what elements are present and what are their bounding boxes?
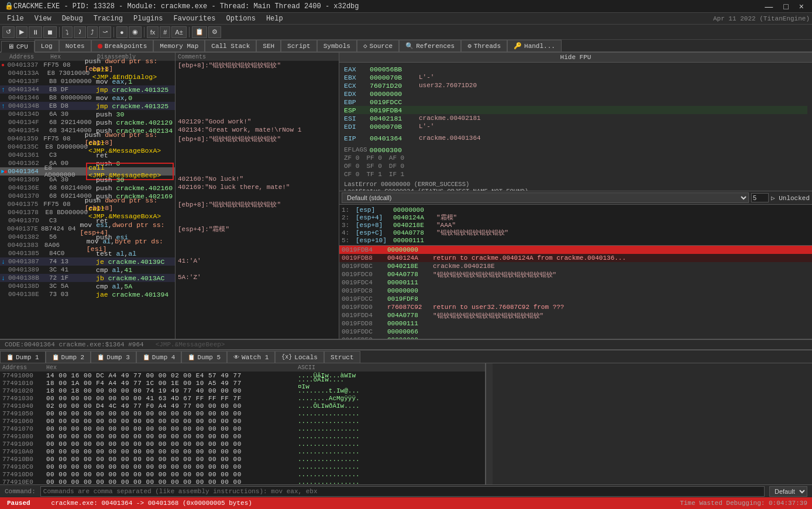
disasm-row[interactable]: ↓ 0040138B 72 1F jb crackme.4013AC	[0, 274, 175, 282]
dump-tab-4[interactable]: 📋Dump 4	[136, 351, 182, 363]
toolbar-stop[interactable]: ⏹	[43, 26, 57, 38]
menu-debug[interactable]: Debug	[57, 15, 88, 23]
tab-notes[interactable]: Notes	[59, 40, 91, 51]
stack-row[interactable]: 0019FDDC00000066	[339, 328, 812, 336]
toolbar-fx[interactable]: fx	[147, 26, 159, 38]
bp-dot-icon	[98, 44, 102, 49]
hide-fpu-button[interactable]: Hide FPU	[339, 53, 812, 63]
menu-favourites[interactable]: Favourites	[168, 15, 220, 23]
hex-row[interactable]: 7749104002 00 00 00 D4 4C 49 77 F0 A4 49…	[0, 402, 485, 410]
stack-row[interactable]: 0019FDD4004A0778"锟铰锟铰锟铰锟铰锟铰锟铰锟铰锟铰"	[339, 311, 812, 319]
disasm-row[interactable]: ↑ 00401344 EB DF jmp crackme.401325	[0, 85, 175, 94]
disasm-row[interactable]: 00401346 B8 00000000 mov eax,0	[0, 94, 175, 102]
hex-row[interactable]: 7749102018 00 18 00 00 00 00 00 74 19 49…	[0, 387, 485, 394]
hex-scrollbar[interactable]	[486, 363, 493, 484]
dump-tab-3[interactable]: 📋Dump 3	[91, 351, 136, 363]
tab-cpu[interactable]: 🖥 CPU	[1, 41, 35, 53]
disasm-row[interactable]: 0040133A E8 73010000 call <JMP.&EndDialo…	[0, 69, 175, 77]
tab-locals[interactable]: {x}Locals	[275, 351, 324, 363]
toolbar-font[interactable]: A±	[171, 26, 186, 38]
toolbar-step-out[interactable]: ⤴	[87, 26, 98, 38]
toolbar-run[interactable]: ▶	[16, 26, 27, 38]
disasm-row[interactable]: 00401383 8A06 mov al,byte ptr ds:[esi]	[0, 241, 175, 249]
tab-threads[interactable]: ⚙ Threads	[461, 40, 507, 51]
menu-options[interactable]: Options	[222, 15, 260, 23]
toolbar-hash[interactable]: #	[160, 26, 170, 38]
toolbar-run-to-cursor[interactable]: ⤻	[99, 26, 111, 38]
stack-row[interactable]: 0019FDB80040124Areturn to crackme.004012…	[339, 254, 812, 262]
disasm-row[interactable]: ↑ 0040134B EB D8 jmp crackme.401325	[0, 102, 175, 110]
disasm-current-row[interactable]: ► ● 00401364 E8 AD000000 call <JMP.&Mess…	[0, 167, 175, 176]
dump-tab-1[interactable]: 📋Dump 1	[0, 351, 46, 363]
tab-log[interactable]: Log	[35, 40, 59, 51]
tab-call-stack[interactable]: Call Stack	[205, 40, 256, 51]
tab-breakpoints[interactable]: Breakpoints	[91, 40, 154, 51]
disasm-row[interactable]: ↓ 00401387 74 13 je crackme.40139C	[0, 257, 175, 266]
disasm-row[interactable]: 0040138E 73 03 jae crackme.401394	[0, 290, 175, 298]
hex-row[interactable]: 7749109000 00 00 00 00 00 00 00 00 00 00…	[0, 440, 485, 448]
toolbar-log[interactable]: 📋	[192, 26, 207, 38]
menu-bar: File View Debug Tracing Plugins Favourit…	[0, 13, 812, 25]
disasm-row[interactable]: 0040134F 68 29214000 push crackme.402129	[0, 118, 175, 126]
stack-row[interactable]: 0019FDC400000111	[339, 278, 812, 287]
stack-row[interactable]: 0019FDCC0019FDF8	[339, 295, 812, 303]
param-count-input[interactable]	[751, 193, 769, 202]
dump-tab-5[interactable]: 📋Dump 5	[181, 351, 227, 363]
hex-row[interactable]: 7749100014 00 16 00 DC A4 49 77 00 00 02…	[0, 372, 485, 379]
disasm-row[interactable]: 00401378 E8 BD000000 call <JMP.&MessageB…	[0, 208, 175, 216]
hex-row[interactable]: 774910A000 00 00 00 00 00 00 00 00 00 00…	[0, 448, 485, 455]
menu-plugins[interactable]: Plugins	[129, 15, 167, 23]
minimize-button[interactable]: —	[761, 2, 776, 11]
hex-row[interactable]: 7749103000 00 00 00 00 00 00 00 41 63 4D…	[0, 394, 485, 402]
tab-source[interactable]: ◇ Source	[357, 40, 399, 51]
stack-row[interactable]: 0019FDE000000000	[339, 336, 812, 339]
command-input[interactable]	[40, 486, 765, 497]
stack-row[interactable]: 0019FDD800000111	[339, 319, 812, 328]
tab-handl[interactable]: 🔑 Handl...	[507, 40, 562, 51]
menu-file[interactable]: File	[2, 15, 29, 23]
tab-struct[interactable]: Struct	[324, 351, 360, 363]
hex-row[interactable]: 774910E000 00 00 00 00 00 00 00 00 00 00…	[0, 478, 485, 484]
tab-references[interactable]: 🔍 References	[399, 40, 461, 51]
close-button[interactable]: ×	[796, 2, 807, 11]
dump-tab-2[interactable]: 📋Dump 2	[46, 351, 91, 363]
menu-help[interactable]: Help	[262, 15, 288, 23]
content-area: AddressHexDisassembly ● 00401337 FF75 08…	[0, 53, 812, 509]
hex-row[interactable]: 7749101018 00 1A 00 F4 A4 49 77 1C 00 1E…	[0, 379, 485, 387]
toolbar-mem-bp[interactable]: ◉	[129, 26, 142, 38]
toolbar-pause[interactable]: ⏸	[29, 26, 42, 38]
disasm-row[interactable]: 0040138D 3C 5A cmp al,5A	[0, 282, 175, 290]
hex-row[interactable]: 7749108000 00 00 00 00 00 00 00 00 00 00…	[0, 432, 485, 440]
command-mode-select[interactable]: Default	[769, 486, 807, 497]
stack-row[interactable]: 0019FDC800000000	[339, 287, 812, 295]
hex-row[interactable]: 7749107000 00 00 00 00 00 00 00 00 00 00…	[0, 425, 485, 432]
stack-row[interactable]: 0019FDC0004A0778"锟铰锟铰锟铰锟铰锟铰锟铰锟铰锟铰锟铰"	[339, 270, 812, 278]
stack-row[interactable]: 0019FDD0r76087C92return to user32.76087C…	[339, 303, 812, 311]
hex-row[interactable]: 774910C000 00 00 00 00 00 00 00 00 00 00…	[0, 463, 485, 470]
stack-row[interactable]: 0019FDBC0040218Ecrackme.0040218E	[339, 262, 812, 270]
calling-convention-select[interactable]: Default (stdcall)	[342, 192, 749, 203]
toolbar-options[interactable]: ⚙	[208, 26, 221, 38]
hex-row[interactable]: 774910B000 00 00 00 00 00 00 00 00 00 00…	[0, 455, 485, 463]
hex-row[interactable]: 7749105000 00 00 00 00 00 00 00 00 00 00…	[0, 410, 485, 417]
disasm-row[interactable]: 0040134D 6A 30 push 30	[0, 110, 175, 118]
maximize-button[interactable]: □	[780, 2, 792, 11]
disasm-row[interactable]: 0040136E 68 60214000 push crackme.402160	[0, 184, 175, 192]
stack-row[interactable]: 0019FDB400000000	[339, 246, 812, 254]
disasm-row[interactable]: 00401389 3C 41 cmp al,41	[0, 266, 175, 274]
menu-view[interactable]: View	[30, 15, 56, 23]
hex-row[interactable]: 7749106000 00 00 00 00 00 00 00 00 00 00…	[0, 417, 485, 425]
toolbar-step-over[interactable]: ⤸	[74, 26, 86, 38]
tab-seh[interactable]: SEH	[256, 40, 281, 51]
disasm-row[interactable]: 0040137E 8B7424 04 mov esi,dword ptr ss:…	[0, 225, 175, 233]
toolbar-restart[interactable]: ↺	[2, 26, 15, 38]
disasm-row[interactable]: 0040135C E8 D9000000 call <JMP.&MessageB…	[0, 143, 175, 151]
toolbar-step-into[interactable]: ⤵	[62, 26, 73, 38]
tab-script[interactable]: Script	[281, 40, 317, 51]
menu-tracing[interactable]: Tracing	[89, 15, 128, 23]
hex-row[interactable]: 774910D000 00 00 00 00 00 00 00 00 00 00…	[0, 470, 485, 478]
toolbar-bp[interactable]: ●	[116, 26, 128, 38]
tab-memory-map[interactable]: Memory Map	[153, 40, 205, 51]
tab-symbols[interactable]: Symbols	[317, 40, 357, 51]
watch-tab-1[interactable]: 👁Watch 1	[227, 351, 275, 363]
